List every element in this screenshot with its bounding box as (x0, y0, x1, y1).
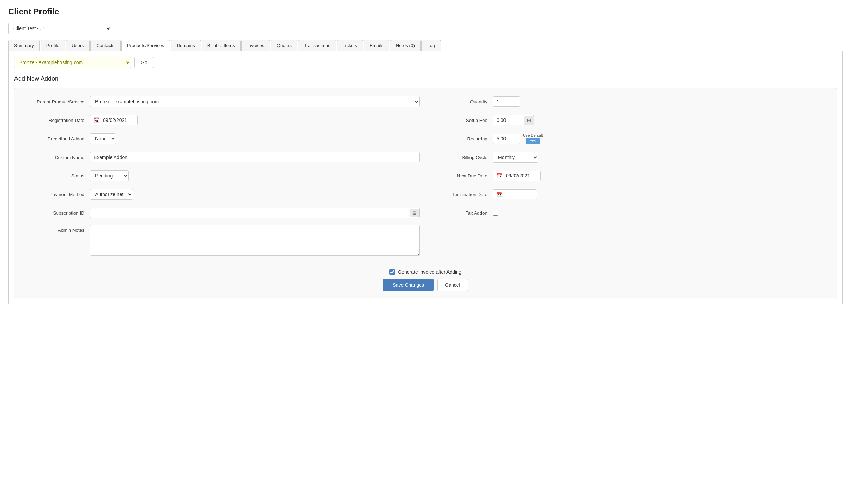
predefined-addon-row: Predefined Addon None (28, 132, 420, 145)
registration-date-control: 📅 (90, 115, 420, 125)
registration-date-input[interactable] (103, 115, 137, 125)
recurring-input[interactable] (493, 134, 520, 144)
tab-notes[interactable]: Notes (0) (390, 40, 421, 51)
tab-profile[interactable]: Profile (41, 40, 65, 51)
termination-date-row: Termination Date 📅 (431, 188, 823, 201)
payment-method-control: Authorize.net (90, 189, 420, 200)
custom-name-row: Custom Name (28, 151, 420, 164)
admin-notes-control (90, 225, 420, 257)
subscription-id-icon-btn[interactable]: ⊞ (410, 209, 419, 217)
subscription-id-wrap: ⊞ (90, 208, 420, 218)
quantity-label: Quantity (431, 99, 493, 104)
tab-log[interactable]: Log (421, 40, 441, 51)
tab-quotes[interactable]: Quotes (271, 40, 297, 51)
setup-fee-wrap: ⊞ (493, 115, 534, 125)
tab-users[interactable]: Users (66, 40, 90, 51)
tab-products-services[interactable]: Products/Services (121, 40, 170, 51)
client-select[interactable]: Client Test - #1 (8, 23, 111, 34)
subscription-id-control: ⊞ (90, 208, 420, 218)
quantity-input[interactable] (493, 96, 520, 107)
termination-date-control: 📅 (493, 189, 823, 199)
parent-product-label: Parent Product/Service (28, 99, 90, 104)
page-title: Client Profile (8, 7, 843, 16)
payment-method-select[interactable]: Authorize.net (90, 189, 133, 200)
next-due-date-label: Next Due Date (431, 173, 493, 179)
custom-name-label: Custom Name (28, 155, 90, 160)
admin-notes-row: Admin Notes (28, 225, 420, 257)
setup-fee-icon-btn[interactable]: ⊞ (524, 116, 534, 125)
next-due-date-wrap: 📅 (493, 171, 541, 181)
content-area: Bronze - examplehosting.com Go Add New A… (8, 51, 843, 304)
quantity-row: Quantity (431, 95, 823, 108)
billing-cycle-label: Billing Cycle (431, 155, 493, 160)
tab-transactions[interactable]: Transactions (298, 40, 336, 51)
tab-domains[interactable]: Domains (171, 40, 201, 51)
billing-cycle-select[interactable]: Monthly Quarterly Semi-Annually Annually… (493, 152, 538, 163)
tax-addon-label: Tax Addon (431, 210, 493, 216)
tax-addon-row: Tax Addon (431, 206, 823, 219)
payment-method-label: Payment Method (28, 192, 90, 197)
parent-product-select[interactable]: Bronze - examplehosting.com (90, 96, 420, 107)
setup-fee-control: ⊞ (493, 115, 823, 125)
billing-cycle-control: Monthly Quarterly Semi-Annually Annually… (493, 152, 823, 163)
form-right: Quantity Setup Fee ⊞ Recurring (425, 95, 828, 262)
cancel-button[interactable]: Cancel (437, 279, 468, 291)
parent-product-row: Parent Product/Service Bronze - exampleh… (28, 95, 420, 108)
tab-tickets[interactable]: Tickets (337, 40, 363, 51)
use-default-label: Use Default (523, 133, 543, 137)
tax-addon-control (493, 210, 823, 216)
use-default-yes-button[interactable]: Yes (526, 138, 540, 144)
tax-addon-checkbox[interactable] (493, 210, 498, 216)
recurring-label: Recurring (431, 136, 493, 141)
status-label: Status (28, 173, 90, 179)
tab-emails[interactable]: Emails (364, 40, 389, 51)
registration-date-row: Registration Date 📅 (28, 114, 420, 127)
subscription-id-row: Subscription ID ⊞ (28, 206, 420, 219)
generate-invoice-checkbox[interactable] (389, 269, 395, 275)
status-select[interactable]: Pending Active Suspended Terminated Canc… (90, 170, 129, 181)
next-due-date-input[interactable] (506, 171, 540, 181)
subscription-id-input[interactable] (90, 208, 410, 218)
parent-product-control: Bronze - examplehosting.com (90, 96, 420, 107)
section-title: Add New Addon (14, 75, 837, 82)
tab-billable-items[interactable]: Billable Items (202, 40, 241, 51)
service-select[interactable]: Bronze - examplehosting.com (14, 57, 131, 68)
recurring-wrap: Use Default Yes (493, 133, 823, 144)
custom-name-control (90, 152, 420, 162)
save-changes-button[interactable]: Save Changes (383, 279, 434, 291)
recurring-row: Recurring Use Default Yes (431, 132, 823, 145)
use-default-wrap: Use Default Yes (523, 133, 543, 144)
form-left: Parent Product/Service Bronze - exampleh… (23, 95, 425, 262)
quantity-control (493, 96, 823, 107)
status-control: Pending Active Suspended Terminated Canc… (90, 170, 420, 181)
registration-date-wrap: 📅 (90, 115, 138, 125)
btn-row: Save Changes Cancel (383, 279, 468, 291)
billing-cycle-row: Billing Cycle Monthly Quarterly Semi-Ann… (431, 151, 823, 164)
tab-contacts[interactable]: Contacts (90, 40, 120, 51)
custom-name-input[interactable] (90, 152, 420, 162)
form-footer: Generate Invoice after Adding Save Chang… (23, 269, 828, 291)
form-card: Parent Product/Service Bronze - exampleh… (14, 88, 837, 298)
recurring-control: Use Default Yes (493, 133, 823, 144)
setup-fee-label: Setup Fee (431, 118, 493, 123)
payment-method-row: Payment Method Authorize.net (28, 188, 420, 201)
form-grid: Parent Product/Service Bronze - exampleh… (23, 95, 828, 262)
status-row: Status Pending Active Suspended Terminat… (28, 169, 420, 182)
go-button[interactable]: Go (134, 57, 154, 68)
next-due-calendar-icon: 📅 (493, 171, 506, 181)
tabs: Summary Profile Users Contacts Products/… (8, 40, 843, 51)
predefined-addon-label: Predefined Addon (28, 136, 90, 141)
setup-fee-input[interactable] (493, 115, 524, 125)
generate-invoice-row: Generate Invoice after Adding (389, 269, 461, 275)
termination-date-label: Termination Date (431, 192, 493, 197)
termination-date-input[interactable] (506, 190, 537, 199)
setup-fee-row: Setup Fee ⊞ (431, 114, 823, 127)
tab-summary[interactable]: Summary (8, 40, 40, 51)
admin-notes-textarea[interactable] (90, 225, 420, 256)
next-due-date-control: 📅 (493, 171, 823, 181)
tab-invoices[interactable]: Invoices (241, 40, 270, 51)
service-select-row: Bronze - examplehosting.com Go (14, 57, 837, 68)
predefined-addon-select[interactable]: None (90, 133, 116, 144)
client-select-row: Client Test - #1 (8, 23, 843, 34)
termination-date-wrap: 📅 (493, 189, 537, 199)
